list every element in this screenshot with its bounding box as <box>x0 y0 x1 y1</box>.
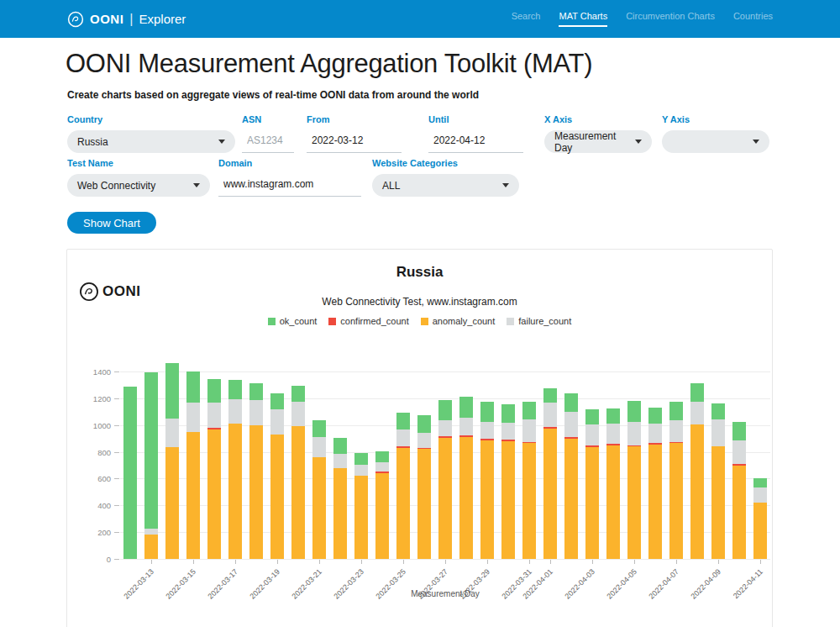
from-label: From <box>307 114 402 124</box>
bar-segment-ok_count <box>543 388 557 403</box>
bar-segment-ok_count <box>627 401 641 422</box>
bar-segment-anomaly_count <box>396 448 410 559</box>
test-name-select[interactable]: Web Connectivity <box>67 174 210 197</box>
bar-2022-04-05[interactable] <box>627 401 641 559</box>
bar-2022-04-03[interactable] <box>585 409 599 559</box>
bar-2022-04-01[interactable] <box>543 388 557 559</box>
bar-segment-failure_count <box>543 403 557 427</box>
x-tick-mark <box>361 560 362 564</box>
bar-2022-03-16[interactable] <box>207 379 221 559</box>
website-categories-select[interactable]: ALL <box>372 174 519 197</box>
chevron-down-icon <box>635 140 642 144</box>
bar-segment-failure_count <box>312 437 326 457</box>
bar-2022-03-26[interactable] <box>417 415 431 559</box>
bar-2022-04-11[interactable] <box>753 478 767 559</box>
x-tick-mark <box>445 560 446 564</box>
bar-2022-03-22[interactable] <box>333 438 347 559</box>
bar-segment-anomaly_count <box>711 446 725 559</box>
bar-2022-03-19[interactable] <box>270 393 284 559</box>
main-nav: Search MAT Charts Circumvention Charts C… <box>512 11 773 27</box>
bar-2022-03-18[interactable] <box>249 383 263 559</box>
bar-segment-ok_count <box>249 383 263 401</box>
y-tick-label: 200 <box>77 528 111 537</box>
x-tick-mark <box>592 560 593 564</box>
show-chart-button[interactable]: Show Chart <box>67 212 156 234</box>
brand-logo[interactable]: OONI | Explorer <box>67 11 186 28</box>
chart-legend: ok_count confirmed_count anomaly_count f… <box>67 316 772 326</box>
bar-segment-anomaly_count <box>585 447 599 559</box>
from-date-input[interactable] <box>307 130 402 153</box>
field-x-axis: X Axis Measurement Day <box>544 114 652 153</box>
bar-segment-failure_count <box>627 422 641 445</box>
bar-segment-ok_count <box>186 371 200 403</box>
y-axis-select[interactable] <box>662 130 769 153</box>
bar-segment-ok_count <box>606 408 620 424</box>
bar-segment-anomaly_count <box>333 468 347 559</box>
bar-2022-03-30[interactable] <box>501 404 515 559</box>
bar-2022-04-06[interactable] <box>648 408 662 559</box>
bar-segment-anomaly_count <box>291 426 305 559</box>
bar-segment-anomaly_count <box>144 535 158 559</box>
bar-2022-03-15[interactable] <box>186 371 200 559</box>
bar-2022-04-09[interactable] <box>711 403 725 559</box>
legend-swatch-confirmed <box>328 318 336 325</box>
y-tick-mark <box>114 532 119 533</box>
bar-segment-ok_count <box>669 402 683 420</box>
bar-segment-anomaly_count <box>732 466 746 560</box>
bar-segment-failure_count <box>438 420 452 436</box>
test-name-label: Test Name <box>67 158 210 168</box>
nav-mat-charts[interactable]: MAT Charts <box>559 11 607 27</box>
bar-2022-03-31[interactable] <box>522 402 536 559</box>
bar-2022-03-14[interactable] <box>165 363 179 559</box>
bar-2022-04-10[interactable] <box>732 422 746 559</box>
bar-2022-03-20[interactable] <box>291 386 305 559</box>
nav-search[interactable]: Search <box>512 11 541 27</box>
nav-circumvention-charts[interactable]: Circumvention Charts <box>626 11 715 27</box>
bar-segment-failure_count <box>711 419 725 446</box>
domain-input[interactable] <box>218 174 361 197</box>
bar-2022-03-24[interactable] <box>375 451 389 559</box>
legend-swatch-failure <box>507 318 514 325</box>
bar-2022-03-27[interactable] <box>438 400 452 559</box>
until-date-input[interactable] <box>428 130 523 153</box>
bar-2022-04-07[interactable] <box>669 402 683 559</box>
bar-2022-03-29[interactable] <box>480 402 494 559</box>
bar-2022-03-17[interactable] <box>228 380 242 559</box>
y-tick-mark <box>114 398 119 399</box>
bar-2022-04-08[interactable] <box>690 383 704 559</box>
bar-segment-failure_count <box>396 429 410 447</box>
bar-segment-ok_count <box>459 397 473 418</box>
bar-2022-03-21[interactable] <box>312 420 326 559</box>
x-axis-select[interactable]: Measurement Day <box>544 130 652 153</box>
brand-name: OONI <box>90 12 123 26</box>
bar-segment-failure_count <box>480 422 494 440</box>
nav-countries[interactable]: Countries <box>733 11 773 27</box>
bar-segment-anomaly_count <box>669 443 683 559</box>
chevron-down-icon <box>753 140 759 144</box>
bar-2022-03-23[interactable] <box>354 453 368 559</box>
legend-item-ok-count: ok_count <box>268 316 318 326</box>
y-tick-label: 1200 <box>77 394 111 403</box>
x-tick-mark <box>760 560 761 564</box>
bar-segment-ok_count <box>312 420 326 437</box>
bar-2022-03-25[interactable] <box>396 413 410 559</box>
asn-input[interactable] <box>242 130 294 153</box>
bar-segment-anomaly_count <box>270 435 284 559</box>
bar-2022-04-02[interactable] <box>564 393 578 559</box>
bar-segment-anomaly_count <box>459 437 473 559</box>
x-tick-mark <box>550 560 551 564</box>
y-tick-label: 1400 <box>77 367 111 377</box>
field-domain: Domain <box>218 158 361 197</box>
bar-2022-03-28[interactable] <box>459 397 473 559</box>
x-tick-mark <box>634 560 635 564</box>
bar-2022-03-13[interactable] <box>144 372 158 559</box>
country-select[interactable]: Russia <box>67 130 235 153</box>
bar-segment-anomaly_count <box>312 457 326 559</box>
bar-segment-ok_count <box>522 402 536 419</box>
bar-2022-04-04[interactable] <box>606 408 620 559</box>
bar-segment-failure_count <box>606 424 620 444</box>
y-tick-mark <box>114 452 119 453</box>
bar-segment-failure_count <box>291 402 305 426</box>
bar-segment-failure_count <box>564 412 578 437</box>
bar-2022-03-12[interactable] <box>123 387 137 559</box>
